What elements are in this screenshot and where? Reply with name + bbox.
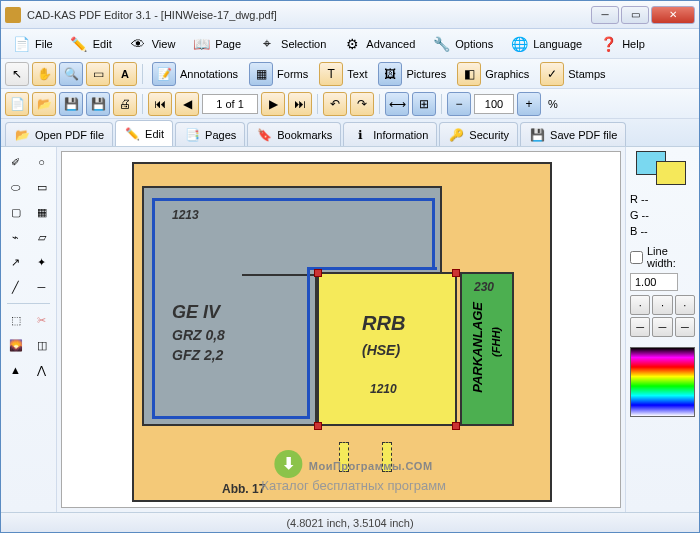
key-icon: 🔑 <box>448 127 464 143</box>
angle-tool[interactable]: ⋀ <box>30 359 54 381</box>
save-as-button[interactable]: 💾 <box>86 92 110 116</box>
circle-tool[interactable]: ○ <box>30 151 54 173</box>
annotations-button[interactable]: 📝Annotations <box>148 62 242 86</box>
compass-tool[interactable]: ✦ <box>30 251 54 273</box>
brush-tool[interactable]: ✐ <box>4 151 28 173</box>
style-btn-6[interactable]: ─ <box>675 317 695 337</box>
selection-handle[interactable] <box>314 269 322 277</box>
fit-width-button[interactable]: ⟷ <box>385 92 409 116</box>
zoom-tool-button[interactable]: 🔍 <box>59 62 83 86</box>
close-button[interactable]: ✕ <box>651 6 695 24</box>
menu-selection[interactable]: ⌖Selection <box>251 31 332 57</box>
hand-tool-button[interactable]: ✋ <box>32 62 56 86</box>
mirror-tool[interactable]: ▲ <box>4 359 28 381</box>
forms-button[interactable]: ▦Forms <box>245 62 312 86</box>
graphics-button[interactable]: ◧Graphics <box>453 62 533 86</box>
fit-page-button[interactable]: ⊞ <box>412 92 436 116</box>
rgb-b: B -- <box>630 225 695 237</box>
tab-security[interactable]: 🔑Security <box>439 122 518 146</box>
menu-advanced[interactable]: ⚙Advanced <box>336 31 421 57</box>
pencil-icon: ✏️ <box>124 126 140 142</box>
pictures-button[interactable]: 🖼Pictures <box>374 62 450 86</box>
style-btn-5[interactable]: ─ <box>652 317 672 337</box>
color-swatches[interactable] <box>630 151 695 189</box>
blue-boundary <box>152 198 155 416</box>
separator <box>7 303 50 304</box>
style-btn-2[interactable]: · <box>652 295 672 315</box>
zoom-suffix: % <box>544 98 562 110</box>
text-button[interactable]: TText <box>315 62 371 86</box>
label: Pictures <box>406 68 446 80</box>
select-tool-button[interactable]: ▭ <box>86 62 110 86</box>
maximize-button[interactable]: ▭ <box>621 6 649 24</box>
pointer-tool-button[interactable]: ↖ <box>5 62 29 86</box>
open-button[interactable]: 📂 <box>32 92 56 116</box>
rect-tool[interactable]: ▭ <box>30 176 54 198</box>
last-page-button[interactable]: ⏭ <box>288 92 312 116</box>
line-style-grid: · · · ─ ─ ─ <box>630 295 695 337</box>
prev-page-button[interactable]: ◀ <box>175 92 199 116</box>
redo-button[interactable]: ↷ <box>350 92 374 116</box>
ellipse-tool[interactable]: ⬭ <box>4 176 28 198</box>
arrow-tool[interactable]: ↗ <box>4 251 28 273</box>
book-icon: 📖 <box>191 34 211 54</box>
zoom-in-button[interactable]: + <box>517 92 541 116</box>
new-button[interactable]: 📄 <box>5 92 29 116</box>
label: Stamps <box>568 68 605 80</box>
style-btn-4[interactable]: ─ <box>630 317 650 337</box>
titlebar: CAD-KAS PDF Editor 3.1 - [HINWeise-17_dw… <box>1 1 699 29</box>
crop-tool[interactable]: ✂ <box>30 309 54 331</box>
gear-icon: ⚙ <box>342 34 362 54</box>
selection-handle[interactable] <box>452 422 460 430</box>
page-input[interactable] <box>202 94 258 114</box>
menu-edit[interactable]: ✏️Edit <box>63 31 118 57</box>
tab-save-pdf[interactable]: 💾Save PDF file <box>520 122 626 146</box>
menu-options[interactable]: 🔧Options <box>425 31 499 57</box>
menubar: 📄File ✏️Edit 👁View 📖Page ⌖Selection ⚙Adv… <box>1 29 699 59</box>
style-btn-3[interactable]: · <box>675 295 695 315</box>
color-picker[interactable] <box>630 347 695 417</box>
tab-information[interactable]: ℹInformation <box>343 122 437 146</box>
selection-handle[interactable] <box>452 269 460 277</box>
hline-tool[interactable]: ─ <box>30 276 54 298</box>
grid-tool[interactable]: ▦ <box>30 201 54 223</box>
menu-page[interactable]: 📖Page <box>185 31 247 57</box>
polyline-tool[interactable]: ⌁ <box>4 226 28 248</box>
blue-boundary <box>152 198 432 201</box>
print-button[interactable]: 🖨 <box>113 92 137 116</box>
menu-view[interactable]: 👁View <box>122 31 182 57</box>
menu-help[interactable]: ❓Help <box>592 31 651 57</box>
color-square-tool[interactable]: ◫ <box>30 334 54 356</box>
globe-icon: 🌐 <box>509 34 529 54</box>
first-page-button[interactable]: ⏮ <box>148 92 172 116</box>
tab-edit[interactable]: ✏️Edit <box>115 120 173 146</box>
zoom-out-button[interactable]: − <box>447 92 471 116</box>
background-swatch[interactable] <box>656 161 686 185</box>
selection-handle[interactable] <box>314 422 322 430</box>
polygon-tool[interactable]: ▱ <box>30 226 54 248</box>
tab-open-pdf[interactable]: 📂Open PDF file <box>5 122 113 146</box>
marquee-tool[interactable]: ⬚ <box>4 309 28 331</box>
minimize-button[interactable]: ─ <box>591 6 619 24</box>
zoom-input[interactable] <box>474 94 514 114</box>
stamps-button[interactable]: ✓Stamps <box>536 62 609 86</box>
text-tool-button[interactable]: A <box>113 62 137 86</box>
save-button[interactable]: 💾 <box>59 92 83 116</box>
tab-bookmarks[interactable]: 🔖Bookmarks <box>247 122 341 146</box>
separator <box>441 94 442 114</box>
style-btn-1[interactable]: · <box>630 295 650 315</box>
menu-file[interactable]: 📄File <box>5 31 59 57</box>
label-1213: 1213 <box>172 208 199 222</box>
rounded-rect-tool[interactable]: ▢ <box>4 201 28 223</box>
line-width-input[interactable] <box>630 273 678 291</box>
image-tool[interactable]: 🌄 <box>4 334 28 356</box>
undo-button[interactable]: ↶ <box>323 92 347 116</box>
next-page-button[interactable]: ▶ <box>261 92 285 116</box>
line-tool[interactable]: ╱ <box>4 276 28 298</box>
line-width-checkbox[interactable] <box>630 251 643 264</box>
canvas[interactable]: 1213 GE IV GRZ 0,8 GFZ 2,2 RRB (HSE) 121… <box>61 151 621 508</box>
menu-label: Help <box>622 38 645 50</box>
menu-language[interactable]: 🌐Language <box>503 31 588 57</box>
tab-pages[interactable]: 📑Pages <box>175 122 245 146</box>
bookmark-icon: 🔖 <box>256 127 272 143</box>
